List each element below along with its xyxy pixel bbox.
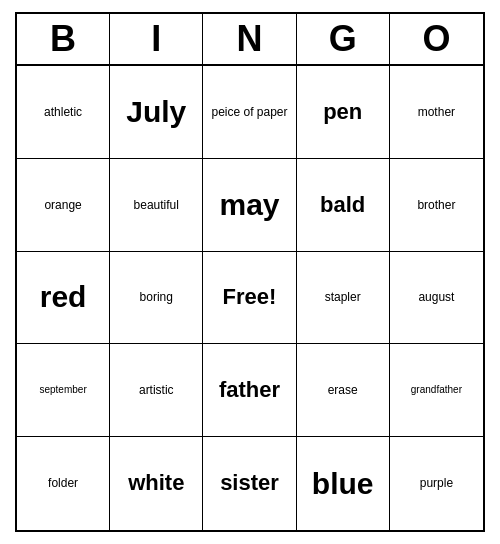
bingo-cell: pen <box>297 66 390 159</box>
bingo-cell: may <box>203 159 296 252</box>
header-letter: I <box>110 14 203 64</box>
cell-text: beautiful <box>134 198 179 212</box>
bingo-cell: folder <box>17 437 110 530</box>
cell-text: erase <box>328 383 358 397</box>
cell-text: athletic <box>44 105 82 119</box>
bingo-grid: athleticJulypeice of paperpenmotherorang… <box>17 66 483 530</box>
bingo-cell: white <box>110 437 203 530</box>
bingo-cell: Free! <box>203 252 296 345</box>
cell-text: august <box>418 290 454 304</box>
bingo-cell: artistic <box>110 344 203 437</box>
bingo-cell: purple <box>390 437 483 530</box>
cell-text: grandfather <box>411 384 462 396</box>
cell-text: bald <box>320 192 365 218</box>
bingo-cell: red <box>17 252 110 345</box>
header-letter: N <box>203 14 296 64</box>
bingo-cell: boring <box>110 252 203 345</box>
bingo-cell: peice of paper <box>203 66 296 159</box>
cell-text: may <box>219 187 279 223</box>
bingo-cell: bald <box>297 159 390 252</box>
cell-text: pen <box>323 99 362 125</box>
header-letter: B <box>17 14 110 64</box>
header-letter: G <box>297 14 390 64</box>
bingo-cell: grandfather <box>390 344 483 437</box>
bingo-cell: mother <box>390 66 483 159</box>
bingo-cell: blue <box>297 437 390 530</box>
cell-text: red <box>40 279 87 315</box>
bingo-cell: september <box>17 344 110 437</box>
bingo-cell: stapler <box>297 252 390 345</box>
cell-text: purple <box>420 476 453 490</box>
bingo-cell: brother <box>390 159 483 252</box>
cell-text: boring <box>140 290 173 304</box>
cell-text: brother <box>417 198 455 212</box>
cell-text: July <box>126 94 186 130</box>
cell-text: white <box>128 470 184 496</box>
bingo-cell: father <box>203 344 296 437</box>
bingo-header: BINGO <box>17 14 483 66</box>
bingo-cell: sister <box>203 437 296 530</box>
header-letter: O <box>390 14 483 64</box>
bingo-cell: orange <box>17 159 110 252</box>
cell-text: artistic <box>139 383 174 397</box>
cell-text: sister <box>220 470 279 496</box>
cell-text: father <box>219 377 280 403</box>
cell-text: mother <box>418 105 455 119</box>
bingo-card: BINGO athleticJulypeice of paperpenmothe… <box>15 12 485 532</box>
bingo-cell: erase <box>297 344 390 437</box>
cell-text: september <box>39 384 86 396</box>
bingo-cell: July <box>110 66 203 159</box>
cell-text: Free! <box>223 284 277 310</box>
cell-text: blue <box>312 466 374 502</box>
cell-text: stapler <box>325 290 361 304</box>
cell-text: peice of paper <box>211 105 287 119</box>
bingo-cell: beautiful <box>110 159 203 252</box>
cell-text: orange <box>44 198 81 212</box>
bingo-cell: athletic <box>17 66 110 159</box>
bingo-cell: august <box>390 252 483 345</box>
cell-text: folder <box>48 476 78 490</box>
